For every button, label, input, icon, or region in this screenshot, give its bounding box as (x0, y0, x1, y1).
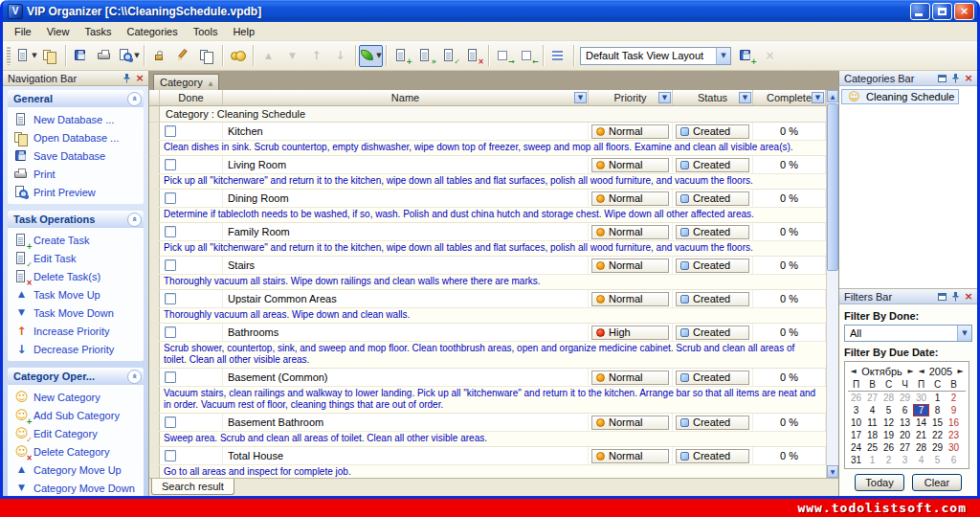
nav-section-header-general[interactable]: General« (8, 90, 144, 107)
task-row[interactable]: BathroomsHighCreated0 % (149, 324, 826, 342)
new-database-button[interactable]: ▼ (14, 45, 38, 67)
nav-item-print[interactable]: Print (10, 165, 142, 183)
column-header-done[interactable]: Done (160, 90, 223, 105)
calendar-day[interactable]: 13 (897, 416, 913, 429)
nav-item-print-preview[interactable]: Print Preview (10, 183, 142, 201)
status-value[interactable]: Created (676, 292, 749, 306)
previous-year-icon[interactable]: ◄ (916, 367, 926, 375)
filter-dropdown-icon[interactable]: ▼ (739, 92, 751, 103)
calendar-day[interactable]: 16 (946, 416, 962, 429)
calendar-day[interactable]: 22 (929, 429, 946, 441)
edit-task-button[interactable]: ✓ (437, 45, 461, 67)
password-protect-button[interactable] (147, 45, 171, 67)
category-tree-item[interactable]: ☺Cleaning Schedule (841, 89, 959, 104)
done-checkbox[interactable] (165, 192, 176, 204)
task-description-row[interactable]: Vacuum stairs, clean railings and walkwa… (149, 387, 826, 414)
done-checkbox[interactable] (165, 416, 176, 428)
task-description-row[interactable]: Sweep area. Scrub and clean all areas of… (149, 432, 826, 447)
status-value[interactable]: Created (676, 371, 749, 385)
priority-value[interactable]: High (591, 326, 669, 340)
task-description-row[interactable]: Pick up all "kitchenware" and return it … (149, 241, 826, 257)
nav-section-header-category-oper[interactable]: Category Oper...« (8, 368, 144, 385)
nav-item-new-category[interactable]: ☺New Category (10, 388, 142, 406)
task-description-row[interactable]: Clean dishes in sink. Scrub countertop, … (149, 141, 826, 156)
pin-icon[interactable] (121, 73, 132, 84)
nav-item-decrease-priority[interactable]: ↓Decrease Priority (10, 340, 142, 358)
priority-value[interactable]: Normal (591, 371, 669, 385)
status-value[interactable]: Created (676, 158, 749, 172)
calendar-day[interactable]: 26 (880, 441, 897, 454)
dropdown-arrow-icon[interactable]: ▼ (716, 48, 730, 64)
task-description-row[interactable]: Thoroughly vacuum all stairs. Wipe down … (149, 275, 826, 290)
calendar-day[interactable]: 14 (913, 416, 929, 429)
task-row[interactable]: StairsNormalCreated0 % (149, 257, 826, 275)
task-row[interactable]: Basement BathroomNormalCreated0 % (149, 414, 826, 432)
today-button[interactable]: Today (855, 474, 904, 491)
filter-dropdown-icon[interactable]: ▼ (574, 92, 587, 103)
task-description-row[interactable]: Determine if tablecloth needs to be wash… (149, 208, 826, 223)
menu-tasks[interactable]: Tasks (77, 24, 119, 39)
menu-tools[interactable]: Tools (186, 24, 226, 39)
task-row[interactable]: Total HouseNormalCreated0 % (149, 447, 826, 465)
print-preview-button[interactable]: ▼ (117, 45, 141, 67)
sort-button[interactable] (546, 45, 570, 67)
nav-item-category-move-up[interactable]: ▲Category Move Up (10, 461, 142, 479)
menu-categories[interactable]: Categories (120, 24, 186, 39)
priority-value[interactable]: Normal (591, 416, 669, 430)
calendar-day[interactable]: 28 (880, 392, 897, 404)
filter-dropdown-icon[interactable]: ▼ (812, 92, 824, 103)
calendar-day[interactable]: 18 (864, 429, 880, 441)
calendar-day[interactable]: 19 (880, 429, 897, 441)
calendar-day[interactable]: 30 (913, 392, 929, 404)
status-value[interactable]: Created (676, 258, 749, 273)
done-checkbox[interactable] (165, 371, 176, 383)
status-value[interactable]: Created (676, 416, 749, 430)
nav-item-edit-task[interactable]: ✓Edit Task (10, 249, 142, 267)
status-value[interactable]: Created (676, 225, 749, 239)
dropdown-arrow-icon[interactable]: ▼ (376, 52, 381, 59)
task-description-row[interactable]: Thoroughly vacuum all areas. Wipe down a… (149, 308, 826, 324)
scroll-down-icon[interactable]: ▼ (827, 465, 838, 478)
calendar-day[interactable]: 26 (848, 392, 864, 404)
nav-section-header-task-operations[interactable]: Task Operations« (8, 211, 144, 228)
done-checkbox[interactable] (165, 259, 176, 271)
copy-button[interactable] (195, 45, 219, 67)
calendar-day[interactable]: 1 (929, 392, 946, 404)
calendar-day[interactable]: 8 (929, 404, 946, 416)
edit-database-button[interactable] (171, 45, 195, 67)
previous-month-icon[interactable]: ◄ (848, 367, 858, 375)
calendar-day[interactable]: 6 (946, 454, 962, 466)
calendar-day[interactable]: 24 (848, 441, 864, 454)
calendar-day[interactable]: 21 (913, 429, 929, 441)
calendar-day[interactable]: 12 (880, 416, 897, 429)
vertical-scrollbar[interactable]: ▲ ▼ (826, 90, 838, 478)
done-checkbox[interactable] (165, 159, 176, 170)
clear-button[interactable]: Clear (912, 474, 962, 491)
purchase-button[interactable] (226, 45, 250, 67)
nav-item-task-move-down[interactable]: ▼Task Move Down (10, 303, 142, 322)
scroll-up-icon[interactable]: ▲ (827, 90, 838, 102)
calendar-day[interactable]: 29 (897, 392, 913, 404)
done-checkbox[interactable] (165, 226, 176, 237)
nav-item-delete-category[interactable]: ☺×Delete Category (10, 442, 142, 461)
close-panel-icon[interactable]: × (963, 291, 974, 303)
calendar-day[interactable]: 5 (880, 404, 897, 416)
scrollbar-track[interactable] (827, 272, 838, 465)
priority-value[interactable]: Normal (591, 449, 669, 463)
task-row[interactable]: Basement (Common)NormalCreated0 % (149, 369, 826, 387)
done-checkbox[interactable] (165, 125, 176, 137)
next-year-icon[interactable]: ► (955, 367, 966, 375)
scrollbar-thumb[interactable] (827, 103, 838, 271)
dropdown-arrow-icon[interactable]: ▼ (134, 52, 139, 59)
column-header-status[interactable]: Status▼ (673, 90, 753, 105)
dropdown-arrow-icon[interactable]: ▼ (957, 326, 971, 341)
done-checkbox[interactable] (165, 450, 176, 461)
task-description-row[interactable]: Pick up all "kitchenware" and return it … (149, 174, 826, 190)
chevron-up-icon[interactable]: « (127, 213, 142, 227)
minimize-button[interactable] (910, 3, 930, 20)
task-row[interactable]: Family RoomNormalCreated0 % (149, 223, 826, 241)
calendar-day[interactable]: 29 (929, 441, 946, 454)
menu-help[interactable]: Help (225, 24, 262, 39)
task-view-button[interactable]: ▼ (359, 45, 383, 67)
create-task-button[interactable]: + (390, 45, 413, 67)
